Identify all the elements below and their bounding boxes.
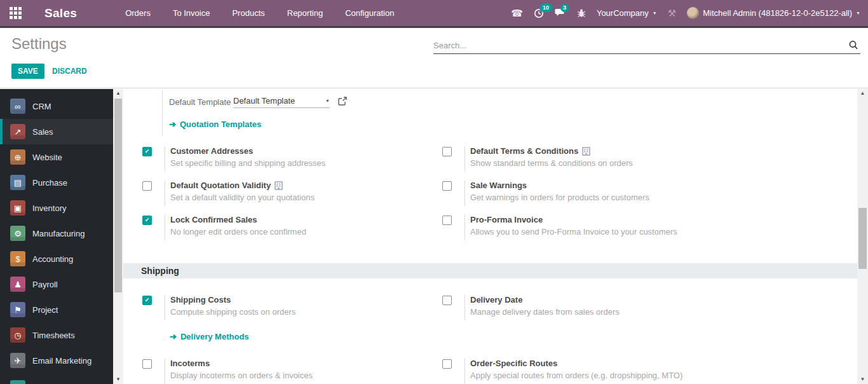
shipping-costs-checkbox[interactable]: ✔ [142,296,152,305]
sidebar-item-email-marketing[interactable]: ✈ Email Marketing [0,348,113,373]
search-icon[interactable] [848,39,859,51]
menu-to-invoice[interactable]: To Invoice [172,6,212,20]
external-link-icon[interactable] [338,97,347,106]
sidebar-item-timesheets[interactable]: ◷ Timesheets [0,322,113,348]
setting-title: Default Quotation Validity [170,181,315,190]
sidebar-item-label: Accounting [32,254,73,264]
debug-bug-icon[interactable] [577,8,586,18]
settings-content: Default Template Default Template ▼ ➔ Qu… [123,89,857,384]
default-terms-checkbox[interactable]: ✔ [442,147,452,156]
quotation-templates-link[interactable]: ➔ Quotation Templates [169,120,261,129]
menu-orders[interactable]: Orders [124,6,152,20]
setting-title: Pro-Forma Invoice [470,215,677,224]
sidebar-item-sales[interactable]: ↗ Sales [0,119,113,144]
setting-divider [465,215,465,240]
crm-app-icon: ∞ [10,99,25,114]
sidebar-item-inventory[interactable]: ▣ Inventory [0,195,113,221]
order-specific-routes-checkbox[interactable]: ✔ [442,359,452,369]
pro-forma-checkbox[interactable]: ✔ [442,216,452,225]
menu-products[interactable]: Products [231,6,266,20]
sidebar-item-purchase[interactable]: ▤ Purchase [0,170,113,195]
main-menu: Orders To Invoice Products Reporting Con… [124,6,395,20]
user-menu[interactable]: Mitchell Admin (481826-12-0-2e5122-all) … [687,7,860,19]
setting-incoterms: ✔ Incoterms Display incoterms on orders … [142,359,431,384]
scrollbar-thumb[interactable] [114,99,122,292]
setting-title: Default Terms & Conditions [470,146,633,156]
scroll-down-arrow[interactable]: ▼ [857,375,868,384]
setting-description: Display incoterms on orders & invoices [170,371,313,380]
scroll-up-arrow[interactable]: ▲ [857,89,868,98]
setting-description: No longer edit orders once confirmed [170,227,306,237]
sidebar-item-project[interactable]: ⚑ Project [0,297,113,322]
activities-icon[interactable]: 10 [534,8,544,18]
apps-menu-icon[interactable] [10,7,22,19]
multi-company-icon [275,181,283,190]
quotation-validity-checkbox[interactable]: ✔ [142,181,152,191]
setting-divider [165,181,165,206]
chevron-down-icon: ▼ [325,99,330,103]
sidebar-item-events[interactable]: ★ Events [0,375,113,384]
setting-title: Sale Warnings [470,181,649,190]
setting-description: Apply special routes from orders (e.g. d… [470,371,682,380]
check-icon: ✔ [145,298,150,303]
incoterms-checkbox[interactable]: ✔ [142,359,152,369]
setting-order-specific-routes: ✔ Order-Specific Routes Apply special ro… [442,359,731,384]
default-template-select[interactable]: Default Template ▼ [233,96,330,108]
topbar-right: ☎ 10 3 [511,0,860,26]
lock-confirmed-sales-checkbox[interactable]: ✔ [142,216,152,225]
sidebar-item-manufacturing[interactable]: ⚙ Manufacturing [0,221,113,246]
customer-addresses-checkbox[interactable]: ✔ [142,147,152,156]
section-title: Shipping [141,263,179,278]
messages-badge: 3 [560,4,569,12]
inventory-app-icon: ▣ [10,200,25,216]
setting-delivery-date: ✔ Delivery Date Manage delivery dates fr… [442,295,731,320]
search-input[interactable] [433,37,860,53]
content-scrollbar: ▲ ▼ [857,89,868,384]
sidebar-item-payroll[interactable]: ♟ Payroll [0,271,113,297]
sidebar-item-label: Project [32,305,58,315]
setting-divider [465,295,465,320]
save-button[interactable]: SAVE [11,64,44,79]
app-name[interactable]: Sales [44,6,77,20]
setting-divider [165,215,165,240]
project-app-icon: ⚑ [10,302,25,317]
messages-icon[interactable]: 3 [555,8,566,18]
menu-configuration[interactable]: Configuration [344,6,395,20]
sales-app-icon: ↗ [10,124,25,139]
accounting-app-icon: $ [10,251,25,266]
sidebar-item-label: Sales [32,127,53,137]
email-marketing-app-icon: ✈ [10,353,25,368]
sidebar-item-accounting[interactable]: $ Accounting [0,246,113,271]
sale-warnings-checkbox[interactable]: ✔ [442,181,452,191]
setting-shipping-costs: ✔ Shipping Costs Compute shipping costs … [142,295,431,320]
default-template-value: Default Template [233,96,325,106]
company-switcher[interactable]: YourCompany ▼ [597,8,657,18]
sidebar-item-label: Inventory [32,203,66,213]
purchase-app-icon: ▤ [10,175,25,190]
activities-badge: 10 [539,4,552,12]
scrollbar-thumb[interactable] [858,208,867,269]
top-navbar: Sales Orders To Invoice Products Reporti… [0,0,868,26]
scroll-up-arrow[interactable]: ▲ [113,89,123,98]
phone-icon[interactable]: ☎ [511,8,523,18]
bug-glyph [577,8,586,18]
setting-description: Show standard terms & conditions on orde… [470,158,633,168]
events-app-icon: ★ [10,380,25,384]
scroll-down-arrow[interactable]: ▼ [113,375,123,384]
support-tools-icon[interactable]: ⚒ [668,8,676,19]
delivery-date-checkbox[interactable]: ✔ [442,296,452,305]
sidebar-item-crm[interactable]: ∞ CRM [0,93,113,119]
setting-description: Set specific billing and shipping addres… [170,158,325,168]
settings-sidebar: ∞ CRM ↗ Sales ⊕ Website ▤ Purchase ▣ Inv… [0,89,113,384]
menu-reporting[interactable]: Reporting [286,6,324,20]
discard-button[interactable]: DISCARD [47,64,92,79]
sidebar-item-website[interactable]: ⊕ Website [0,144,113,170]
chevron-down-icon: ▼ [856,11,860,15]
delivery-methods-link[interactable]: ➔ Delivery Methods [170,332,249,341]
sidebar-scrollbar: ▲ ▼ [113,89,123,384]
setting-sale-warnings: ✔ Sale Warnings Get warnings in orders f… [442,181,731,206]
check-icon: ✔ [145,217,150,223]
setting-divider [465,181,465,206]
sidebar-item-label: Email Marketing [32,356,92,366]
company-name: YourCompany [597,8,649,18]
